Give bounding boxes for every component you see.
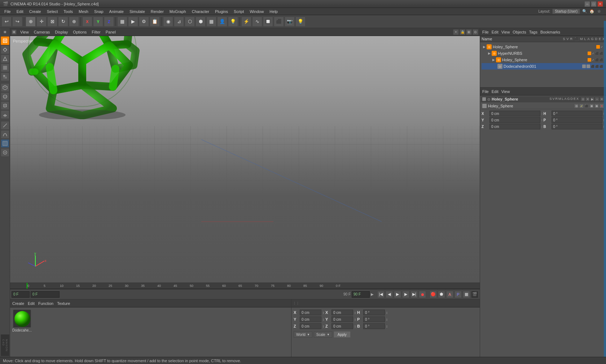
- obj-btn-4[interactable]: ⬢: [196, 17, 206, 27]
- obj-btn-3[interactable]: ⬡: [185, 17, 195, 27]
- maximize-btn[interactable]: □: [591, 1, 597, 7]
- right-resize-handle[interactable]: [604, 21, 606, 357]
- select-tool-btn[interactable]: ⊕: [26, 17, 36, 27]
- attr-x-unit[interactable]: ↕: [541, 112, 543, 115]
- attr-menu-file[interactable]: File: [482, 89, 489, 94]
- mat-menu-edit[interactable]: Edit: [28, 301, 35, 306]
- obj-menu-bookmarks[interactable]: Bookmarks: [540, 30, 560, 34]
- deform-btn[interactable]: ⬛: [274, 17, 284, 27]
- home-icon[interactable]: 🏠: [589, 9, 594, 14]
- menu-tools[interactable]: Tools: [61, 9, 76, 14]
- grid-tool-btn[interactable]: [1, 139, 9, 148]
- menu-plugins[interactable]: Plugins: [212, 9, 231, 14]
- obj-menu-edit[interactable]: Edit: [492, 30, 499, 34]
- attr-menu-edit[interactable]: Edit: [492, 89, 499, 94]
- scale-tool-btn[interactable]: ⊠: [47, 17, 57, 27]
- spline-btn[interactable]: ∿: [252, 17, 262, 27]
- render-region-btn[interactable]: ▦: [117, 17, 127, 27]
- layout-value[interactable]: Startup (User): [552, 9, 580, 14]
- coord-x-size-field[interactable]: 0 cm: [331, 310, 353, 315]
- frame-start-field[interactable]: 0 F: [12, 291, 30, 298]
- coord-y-size-field[interactable]: 0 cm: [331, 316, 353, 322]
- x-axis-btn[interactable]: X: [82, 17, 92, 27]
- prev-frame-btn[interactable]: ◀: [386, 291, 393, 298]
- menu-simulate[interactable]: Simulate: [127, 9, 148, 14]
- apply-button[interactable]: Apply: [334, 331, 351, 338]
- attr-menu-view[interactable]: View: [501, 89, 510, 94]
- menu-edit[interactable]: Edit: [14, 9, 26, 14]
- viewport-menu-cameras[interactable]: Cameras: [32, 29, 52, 35]
- point-mode-btn[interactable]: [1, 45, 9, 54]
- viewport[interactable]: Perspective: [10, 36, 480, 283]
- attr-z-rot[interactable]: 0 °: [552, 124, 602, 129]
- render-preview-btn[interactable]: 🎬: [471, 291, 478, 298]
- snap-btn[interactable]: ⚡: [241, 17, 251, 27]
- mat-menu-function[interactable]: Function: [38, 301, 53, 306]
- coord-z-size-field[interactable]: 0 cm: [331, 323, 353, 329]
- mat-menu-texture[interactable]: Texture: [57, 301, 70, 306]
- play-btn[interactable]: ▶: [394, 291, 401, 298]
- tree-item-holey-sphere-root[interactable]: ▶ ⊙ Holey_Sphere ✓: [482, 44, 605, 50]
- star-icon[interactable]: ☆: [597, 9, 602, 14]
- attr-y-rot[interactable]: 0 °: [552, 117, 602, 123]
- cube-icon-btn[interactable]: [1, 83, 9, 92]
- menu-select[interactable]: Select: [44, 9, 61, 14]
- uv-mode-btn[interactable]: [1, 72, 9, 81]
- coord-z-pos-field[interactable]: 0 cm: [300, 323, 321, 329]
- viewport-menu-display[interactable]: Display: [53, 29, 69, 35]
- coord-x-pos-stepper[interactable]: ↕: [322, 311, 324, 315]
- tree-item-dodecahedron[interactable]: ◇ Dodecahedron001 ⬛ ⬛ ⬛: [482, 63, 605, 70]
- pose-btn[interactable]: ▦: [463, 291, 470, 298]
- coord-x-rot-stepper[interactable]: ↕: [386, 311, 388, 315]
- light-btn[interactable]: 💡: [295, 17, 306, 27]
- tree-item-holey-sphere-child[interactable]: ▶ ⊙ Holey_Sphere ✓ ⬛ ⬛: [482, 57, 605, 63]
- viewport-icon-settings[interactable]: ⊙: [473, 29, 478, 35]
- attr-z-unit[interactable]: ↕: [541, 125, 543, 128]
- obj-btn-7[interactable]: 💡: [228, 17, 238, 27]
- obj-btn-5[interactable]: ▦: [206, 17, 216, 27]
- menu-mograph[interactable]: MoGraph: [167, 9, 189, 14]
- frame-end-field[interactable]: 90 F: [352, 291, 370, 298]
- move-tool-btn[interactable]: ✛: [36, 17, 47, 27]
- keyframe-btn[interactable]: ⬟: [438, 291, 445, 298]
- attr-y-unit[interactable]: ↕: [541, 118, 543, 122]
- undo-btn[interactable]: ↩: [1, 17, 12, 27]
- attr-x-rot[interactable]: 0 °: [552, 111, 602, 116]
- edge-mode-btn[interactable]: [1, 54, 9, 63]
- menu-animate[interactable]: Animate: [106, 9, 127, 14]
- menu-mesh[interactable]: Mesh: [76, 9, 91, 14]
- close-btn[interactable]: ✕: [597, 1, 603, 7]
- obj-btn-1[interactable]: ◉: [163, 17, 173, 27]
- coord-x-rot-field[interactable]: 0 °: [363, 310, 385, 315]
- viewport-icon-lock[interactable]: 🔒: [460, 29, 465, 35]
- viewport-menu-options[interactable]: Options: [71, 29, 88, 35]
- obj-btn-6[interactable]: 👤: [217, 17, 227, 27]
- obj-menu-objects[interactable]: Objects: [513, 30, 526, 34]
- z-axis-btn[interactable]: Z: [104, 17, 114, 27]
- mat-menu-create[interactable]: Create: [12, 301, 24, 306]
- coord-y-pos-field[interactable]: 0 cm: [300, 316, 321, 322]
- coord-z-rot-stepper[interactable]: ↕: [386, 324, 388, 328]
- obj-menu-file[interactable]: File: [482, 30, 489, 34]
- menu-window[interactable]: Window: [247, 9, 267, 14]
- render-settings-btn[interactable]: ⚙: [139, 17, 149, 27]
- camera-btn[interactable]: 📷: [285, 17, 295, 27]
- line-tool-btn[interactable]: [1, 121, 9, 130]
- nurbs-btn[interactable]: 🔲: [263, 17, 273, 27]
- viewport-menu-panel[interactable]: Panel: [104, 29, 117, 35]
- goto-end-btn[interactable]: ▶|: [410, 291, 418, 298]
- frame-indicator[interactable]: 0 F: [31, 291, 60, 298]
- attr-z-pos[interactable]: 0 cm: [489, 124, 540, 129]
- render-btn[interactable]: ▶: [128, 17, 138, 27]
- motion-btn[interactable]: P: [454, 291, 462, 298]
- coord-z-rot-field[interactable]: 0 °: [363, 323, 385, 329]
- minimize-btn[interactable]: ─: [584, 1, 590, 7]
- menu-character[interactable]: Character: [189, 9, 212, 14]
- obj-btn-2[interactable]: ⊿: [174, 17, 184, 27]
- coord-z-size-stepper[interactable]: ↕: [354, 324, 356, 328]
- rotate-tool-btn[interactable]: ↻: [58, 17, 68, 27]
- model-mode-btn[interactable]: [1, 36, 9, 45]
- viewport-menu-view[interactable]: View: [19, 29, 30, 35]
- loop-btn[interactable]: 🔴: [430, 291, 437, 298]
- cylinder-icon-btn[interactable]: [1, 101, 9, 110]
